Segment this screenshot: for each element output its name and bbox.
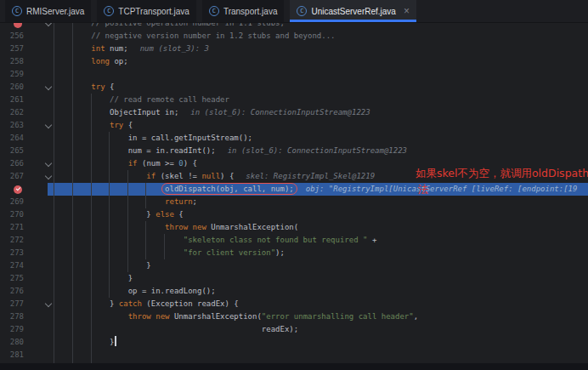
code-line-276[interactable]: 276 op = in.readLong(); — [0, 285, 588, 298]
code-line-264[interactable]: 264 in = call.getInputStream(); — [0, 132, 588, 145]
breakpoint-icon[interactable] — [14, 23, 22, 28]
fold-chevron-icon[interactable] — [45, 83, 52, 90]
code-token: if — [54, 159, 138, 168]
code-token: UnmarshalException( — [169, 312, 261, 321]
code-line-257[interactable]: 257 int num;num (slot_3): 3 — [0, 43, 588, 55]
line-number: 269 — [0, 196, 24, 208]
code-text: return; — [54, 196, 197, 208]
close-icon[interactable]: × — [404, 6, 410, 16]
code-token: ; — [193, 197, 197, 206]
line-number: 262 — [0, 106, 24, 119]
line-number: 274 — [0, 259, 24, 272]
code-text: num = in.readInt();in (slot_6): Connecti… — [54, 145, 407, 157]
code-token: , — [414, 312, 418, 321]
tab-transport-java[interactable]: CTransport.java — [202, 0, 285, 22]
code-token: UnmarshalException( — [206, 223, 298, 231]
code-line-267[interactable]: 267 if (skel != null) {skel: RegistryImp… — [0, 170, 588, 183]
code-editor[interactable]: // positive operation number in 1.1 stub… — [0, 23, 588, 370]
code-line-261[interactable]: 261 // read remote call header — [0, 94, 588, 106]
code-token: else — [155, 210, 174, 219]
ide-window: CRMIServer.javaCTCPTransport.javaCTransp… — [0, 0, 588, 370]
code-line-278[interactable]: 278 throw new UnmarshalException("error … — [0, 310, 588, 323]
code-text: ObjectInput in;in (slot_6): ConnectionIn… — [54, 106, 370, 119]
code-token: "skeleton class not found but required " — [54, 236, 367, 244]
code-line-262[interactable]: 262 ObjectInput in;in (slot_6): Connecti… — [0, 106, 588, 119]
code-text: } — [54, 259, 151, 272]
code-line-280[interactable]: 280 } — [0, 336, 588, 349]
code-line-256[interactable]: 256 // negative version number in 1.2 st… — [0, 30, 588, 43]
code-text: if (skel != null) {skel: RegistryImpl_Sk… — [54, 170, 375, 183]
code-token: { — [105, 83, 115, 91]
code-text: throw new UnmarshalException("error unma… — [54, 310, 418, 323]
code-line-275[interactable]: 275 } — [0, 272, 588, 285]
code-token: (num >= — [138, 159, 179, 168]
code-line-263[interactable]: 263 try { — [0, 119, 588, 132]
code-token: try — [54, 83, 105, 91]
code-line-277[interactable]: 277 } catch (Exception readEx) { — [0, 298, 588, 310]
code-token — [54, 185, 165, 193]
code-line-272[interactable]: 272 "skeleton class not found but requir… — [0, 234, 588, 247]
fold-chevron-icon[interactable] — [45, 173, 52, 179]
code-line-273[interactable]: 273 "for client version"); — [0, 247, 588, 259]
code-line-265[interactable]: 265 num = in.readInt();in (slot_6): Conn… — [0, 145, 588, 157]
fold-chevron-icon[interactable] — [45, 160, 52, 167]
code-token: (skel != — [155, 172, 201, 180]
code-line-259[interactable]: 259 — [0, 68, 588, 81]
line-number: 263 — [0, 119, 24, 132]
code-rows: // positive operation number in 1.1 stub… — [0, 23, 588, 361]
code-line-268[interactable]: oldDispatch(obj, call, num);obj: "Regist… — [0, 183, 588, 196]
code-token: num; — [105, 44, 128, 53]
code-line-269[interactable]: 269 return; — [0, 196, 588, 208]
tab-label: RMIServer.java — [26, 7, 84, 16]
code-text: } else { — [54, 208, 184, 221]
boxed-call-expression: oldDispatch(obj, call, num); — [165, 185, 294, 193]
tab-tcptransport-java[interactable]: CTCPTransport.java — [97, 0, 196, 22]
code-token: "for client version" — [54, 248, 275, 257]
code-text: } — [54, 336, 116, 349]
code-text: // negative version number in 1.2 stubs … — [54, 30, 336, 43]
code-text: try { — [54, 81, 114, 94]
line-number: 270 — [0, 208, 24, 221]
breakpoint-hit-icon[interactable] — [14, 185, 22, 194]
code-text: readEx); — [54, 323, 298, 336]
line-number: 256 — [0, 30, 24, 43]
code-token: new — [155, 312, 169, 321]
code-text: long op; — [54, 55, 128, 68]
debugger-inline-hint: obj: "RegistryImpl[UnicastServerRef [liv… — [306, 185, 578, 193]
code-token: // negative version number in 1.2 stubs … — [54, 31, 336, 40]
code-token: return — [54, 197, 193, 206]
code-token: ) { — [184, 159, 197, 168]
line-number: 279 — [0, 323, 24, 336]
code-line-279[interactable]: 279 readEx); — [0, 323, 588, 336]
fold-chevron-icon[interactable] — [45, 300, 52, 307]
code-token: { — [174, 210, 184, 219]
code-line-270[interactable]: 270 } else { — [0, 208, 588, 221]
code-line-271[interactable]: 271 throw new UnmarshalException( — [0, 221, 588, 234]
code-token: op; — [110, 57, 128, 65]
line-number: 259 — [0, 68, 24, 81]
line-number: 257 — [0, 43, 24, 55]
code-line-255[interactable]: // positive operation number in 1.1 stub… — [0, 23, 588, 30]
java-class-icon: C — [297, 6, 307, 16]
debugger-inline-hint: num (slot_3): 3 — [140, 44, 209, 53]
code-line-274[interactable]: 274 } — [0, 259, 588, 272]
tab-label: Transport.java — [223, 7, 278, 16]
code-line-258[interactable]: 258 long op; — [0, 55, 588, 68]
code-line-266[interactable]: 266 if (num >= 0) { — [0, 157, 588, 170]
fold-chevron-icon[interactable] — [45, 122, 52, 128]
code-token: } — [54, 261, 151, 270]
code-line-260[interactable]: 260 try { — [0, 81, 588, 94]
code-token: // positive operation number in 1.1 stub… — [54, 23, 285, 27]
code-token: { — [123, 121, 133, 129]
code-token: } — [54, 210, 155, 219]
line-number: 265 — [0, 145, 24, 157]
code-text: throw new UnmarshalException( — [54, 221, 298, 234]
code-token: throw — [54, 223, 188, 231]
fold-chevron-icon[interactable] — [45, 23, 52, 26]
code-text: // read remote call header — [54, 94, 229, 106]
code-text: } catch (Exception readEx) { — [54, 298, 239, 310]
tab-unicastserverref-java[interactable]: CUnicastServerRef.java× — [290, 0, 416, 22]
tab-rmiserver-java[interactable]: CRMIServer.java — [5, 0, 91, 22]
debugger-inline-hint: in (slot_6): ConnectionInputStream@1223 — [190, 108, 370, 117]
code-line-281[interactable]: 281 — [0, 349, 588, 361]
